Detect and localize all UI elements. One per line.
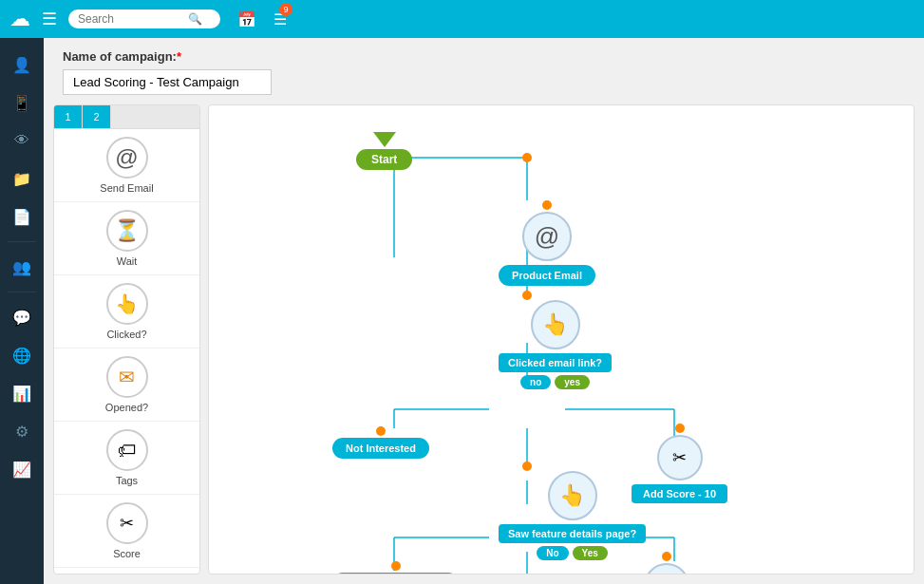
product-email-icon: @ [522,212,572,261]
interested-callback-node[interactable]: Interested Call Back [332,561,459,575]
connector-dot-1 [522,153,532,162]
connector-dot-5 [675,424,685,433]
workflow-area: 1 2 @ Send Email ⏳ Wait 👆 Clicked? ✉ Ope… [53,104,915,575]
connector-dot-3 [522,291,532,300]
add-score-10-label: Add Score - 10 [632,484,727,503]
score-label: Score [113,548,141,559]
connector-dot-2 [542,200,552,210]
tool-tags[interactable]: 🏷 Tags [54,422,199,495]
cloud-logo-icon: ☁ [9,7,30,31]
connector-dot-7 [662,552,671,561]
canvas-area: Start @ Product Email 👆 Clicked email li… [208,104,915,575]
hamburger-menu-icon[interactable]: ☰ [42,9,57,29]
sidebar-item-settings[interactable]: ⚙ [5,414,39,448]
search-input[interactable] [78,12,182,26]
search-icon: 🔍 [188,12,202,26]
saw-feature-details-node[interactable]: 👆 Saw feature details page? No Yes [499,471,646,560]
sidebar-item-bar-chart[interactable]: 📈 [5,452,39,486]
connector-dot-6 [522,462,532,471]
left-sidebar: 👤 📱 👁 📁 📄 👥 💬 🌐 📊 ⚙ 📈 [0,38,44,584]
tool-wait[interactable]: ⏳ Wait [54,202,199,275]
clicked-no-button[interactable]: no [520,375,551,389]
sidebar-item-chart[interactable]: 📊 [5,376,39,410]
panel-tab-1[interactable]: 1 [54,105,83,128]
clicked-label: Clicked? [106,329,146,340]
left-panel: 1 2 @ Send Email ⏳ Wait 👆 Clicked? ✉ Ope… [53,104,200,575]
panel-tabs: 1 2 [54,105,199,129]
search-bar: 🔍 [68,9,220,28]
tags-icon: 🏷 [106,429,148,471]
campaign-name-label: Name of campaign:* [63,49,905,64]
clicked-email-link-label: Clicked email link? [499,353,612,372]
tool-send-email[interactable]: @ Send Email [54,129,199,202]
campaign-name-input[interactable] [63,69,272,95]
clicked-icon: 👆 [106,283,148,325]
score-node[interactable]: ✂ Score [641,552,693,575]
sidebar-item-document[interactable]: 📄 [5,199,39,234]
opened-icon: ✉ [106,356,148,398]
sidebar-item-chat[interactable]: 💬 [5,300,39,334]
connector-dot-8 [391,561,401,571]
clicked-yes-button[interactable]: yes [555,375,590,389]
tool-opened[interactable]: ✉ Opened? [54,349,199,422]
saw-feature-details-icon: 👆 [548,471,597,520]
clicked-email-link-icon: 👆 [531,300,580,349]
wait-icon: ⏳ [106,210,148,252]
panel-tab-2[interactable]: 2 [83,105,111,128]
notification-badge-container[interactable]: ☰ 9 [273,10,287,28]
sidebar-item-globe[interactable]: 🌐 [5,338,39,372]
saw-feature-no-button[interactable]: No [537,546,568,560]
not-interested-node[interactable]: Not Interested [332,426,429,459]
tool-clicked[interactable]: 👆 Clicked? [54,275,199,349]
notification-badge: 9 [279,3,292,16]
tool-score[interactable]: ✂ Score [54,495,199,568]
calendar-icon[interactable]: 📅 [237,10,256,28]
sidebar-item-folder[interactable]: 📁 [5,161,39,196]
send-email-label: Send Email [100,182,153,194]
not-interested-label: Not Interested [332,438,429,459]
sidebar-item-person[interactable]: 👤 [5,47,39,82]
opened-label: Opened? [105,402,148,413]
tool-url-visited[interactable]: 🔗 URL Visited? [54,568,199,575]
sidebar-item-phone[interactable]: 📱 [5,85,39,120]
clicked-email-link-node[interactable]: 👆 Clicked email link? no yes [499,300,612,389]
saw-feature-details-label: Saw feature details page? [499,524,646,543]
add-score-10-icon: ✂ [657,435,703,480]
campaign-header: Name of campaign:* [44,38,924,103]
wait-label: Wait [117,255,138,267]
add-score-10-node[interactable]: ✂ Add Score - 10 [632,424,727,503]
sidebar-item-eye[interactable]: 👁 [5,123,39,158]
start-node[interactable]: Start [356,132,412,170]
main-content: Name of campaign:* 1 2 @ Send Email ⏳ Wa… [44,38,924,584]
tags-label: Tags [116,475,138,486]
start-arrow-icon [373,132,396,147]
product-email-node[interactable]: @ Product Email [499,200,595,286]
top-navigation: ☁ ☰ 🔍 📅 ☰ 9 [0,0,924,38]
connector-dot-4 [376,426,386,436]
product-email-label: Product Email [499,265,595,286]
start-label: Start [356,149,412,170]
interested-callback-label: Interested Call Back [332,573,459,575]
score-icon-node: ✂ [644,563,689,575]
saw-feature-yes-button[interactable]: Yes [573,546,608,560]
sidebar-item-people[interactable]: 👥 [5,250,39,284]
send-email-icon: @ [106,137,148,179]
score-icon: ✂ [106,502,148,544]
